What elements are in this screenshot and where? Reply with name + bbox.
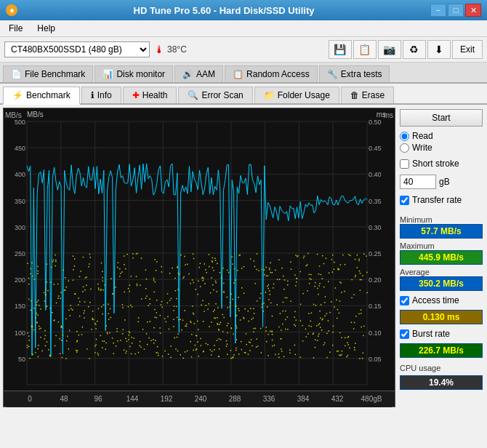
right-panel: Start Read Write Short stroke gB Transfe… xyxy=(398,108,484,407)
tab-file-benchmark[interactable]: 📄 File Benchmark xyxy=(3,65,93,82)
write-label: Write xyxy=(412,143,432,153)
maximize-button[interactable]: □ xyxy=(448,4,464,17)
health-icon: ✚ xyxy=(132,90,140,100)
exit-button[interactable]: Exit xyxy=(452,40,483,59)
tab-disk-monitor[interactable]: 📊 Disk monitor xyxy=(94,65,173,82)
disk-monitor-label: Disk monitor xyxy=(116,69,165,79)
erase-label: Erase xyxy=(362,90,385,100)
tab-health[interactable]: ✚ Health xyxy=(123,87,177,103)
benchmark-icon: ⚡ xyxy=(12,90,23,100)
write-radio-row: Write xyxy=(400,143,483,153)
stats-section: Minimum 57.7 MB/s Maximum 445.9 MB/s Ave… xyxy=(400,212,483,291)
window-title: HD Tune Pro 5.60 - Hard Disk/SSD Utility xyxy=(17,5,430,16)
error-scan-label: Error Scan xyxy=(201,90,243,100)
transfer-rate-checkbox[interactable] xyxy=(400,196,409,205)
short-stroke-row: Short stroke xyxy=(400,159,483,169)
minimum-value: 57.7 MB/s xyxy=(400,224,483,239)
close-button[interactable]: ✕ xyxy=(465,4,481,17)
y-axis-left-label: MB/s xyxy=(5,111,22,119)
gb-spinbox-row: gB xyxy=(400,175,483,189)
tab-folder-usage[interactable]: 📁 Folder Usage xyxy=(254,87,339,103)
toolbar-btn-1[interactable]: 💾 xyxy=(329,40,352,59)
random-access-icon: 📋 xyxy=(233,69,244,79)
file-benchmark-icon: 📄 xyxy=(11,69,22,79)
read-radio-row: Read xyxy=(400,131,483,141)
health-label: Health xyxy=(142,90,168,100)
read-label: Read xyxy=(412,131,433,141)
toolbar-btn-5[interactable]: ⬇ xyxy=(427,40,451,59)
access-time-checkbox-label: Access time xyxy=(412,295,459,305)
tab-extra-tests[interactable]: 🔧 Extra tests xyxy=(319,65,390,82)
temperature-display: 🌡 38°C xyxy=(154,44,187,55)
burst-rate-checkbox[interactable] xyxy=(400,329,409,339)
chart-container: MB/s ms xyxy=(3,108,395,407)
gb-spinbox[interactable] xyxy=(400,175,436,189)
extra-tests-icon: 🔧 xyxy=(327,69,338,79)
tab-info[interactable]: ℹ Info xyxy=(81,87,121,103)
benchmark-label: Benchmark xyxy=(26,90,71,100)
gb-unit-label: gB xyxy=(439,177,450,187)
short-stroke-checkbox[interactable] xyxy=(400,159,409,169)
access-time-checkbox[interactable] xyxy=(400,296,409,305)
toolbar: CT480BX500SSD1 (480 gB) 🌡 38°C 💾 📋 📷 ♻ ⬇… xyxy=(0,37,487,63)
error-scan-icon: 🔍 xyxy=(188,90,198,100)
tab-aam[interactable]: 🔊 AAM xyxy=(174,65,223,82)
random-access-label: Random Access xyxy=(246,69,310,79)
y-axis-right-label: ms xyxy=(384,111,393,119)
toolbar-btn-3[interactable]: 📷 xyxy=(378,40,401,59)
disk-monitor-icon: 📊 xyxy=(102,69,113,79)
aam-label: AAM xyxy=(196,69,215,79)
maximum-value: 445.9 MB/s xyxy=(400,250,483,265)
access-time-value: 0.130 ms xyxy=(400,310,483,324)
tab-error-scan[interactable]: 🔍 Error Scan xyxy=(178,87,252,103)
temperature-value: 38°C xyxy=(167,44,187,55)
erase-icon: 🗑 xyxy=(350,90,359,100)
help-menu[interactable]: Help xyxy=(33,22,60,35)
cpu-usage-value: 19.4% xyxy=(400,375,483,390)
read-write-group: Read Write xyxy=(400,131,483,153)
x-axis-canvas xyxy=(7,391,392,407)
tab-erase[interactable]: 🗑 Erase xyxy=(341,87,394,103)
burst-rate-checkbox-label: Burst rate xyxy=(412,329,450,339)
menu-bar: File Help xyxy=(0,20,487,37)
read-radio[interactable] xyxy=(400,132,409,141)
maximum-label: Maximum xyxy=(400,241,483,250)
tab-benchmark[interactable]: ⚡ Benchmark xyxy=(3,87,80,105)
toolbar-icons: 💾 📋 📷 ♻ ⬇ Exit xyxy=(329,40,483,59)
average-label: Average xyxy=(400,268,483,276)
aam-icon: 🔊 xyxy=(182,69,193,79)
average-value: 350.2 MB/s xyxy=(400,276,483,291)
burst-rate-checkbox-row: Burst rate xyxy=(400,329,483,339)
access-time-checkbox-row: Access time xyxy=(400,295,483,305)
window-controls: − □ ✕ xyxy=(430,4,481,17)
cpu-usage-label: CPU usage xyxy=(400,364,483,372)
info-icon: ℹ xyxy=(91,90,94,100)
chart-area: MB/s ms xyxy=(3,108,395,391)
transfer-rate-label: Transfer rate xyxy=(412,195,462,205)
write-radio[interactable] xyxy=(400,143,409,153)
short-stroke-label: Short stroke xyxy=(412,159,459,169)
file-menu[interactable]: File xyxy=(4,22,27,35)
folder-usage-label: Folder Usage xyxy=(278,90,330,100)
file-benchmark-label: File Benchmark xyxy=(25,69,85,79)
info-label: Info xyxy=(97,90,112,100)
benchmark-chart xyxy=(4,108,387,391)
folder-usage-icon: 📁 xyxy=(264,90,275,100)
burst-rate-value: 226.7 MB/s xyxy=(400,343,483,358)
extra-tests-label: Extra tests xyxy=(341,69,382,79)
sub-tabs: ⚡ Benchmark ℹ Info ✚ Health 🔍 Error Scan… xyxy=(0,84,487,105)
thermometer-icon: 🌡 xyxy=(154,44,164,55)
toolbar-btn-2[interactable]: 📋 xyxy=(353,40,377,59)
content-area: MB/s ms Start Read Write Short stroke xyxy=(0,105,487,410)
minimum-label: Minimum xyxy=(400,215,483,224)
minimize-button[interactable]: − xyxy=(430,4,446,17)
drive-select[interactable]: CT480BX500SSD1 (480 gB) xyxy=(4,41,150,57)
toolbar-btn-4[interactable]: ♻ xyxy=(403,40,426,59)
main-tabs: 📄 File Benchmark 📊 Disk monitor 🔊 AAM 📋 … xyxy=(0,63,487,84)
tab-random-access[interactable]: 📋 Random Access xyxy=(225,65,318,82)
app-icon: ★ xyxy=(6,4,17,16)
x-axis xyxy=(3,391,395,407)
start-button[interactable]: Start xyxy=(400,109,483,127)
transfer-rate-row: Transfer rate xyxy=(400,195,483,205)
title-bar: ★ HD Tune Pro 5.60 - Hard Disk/SSD Utili… xyxy=(0,0,487,20)
